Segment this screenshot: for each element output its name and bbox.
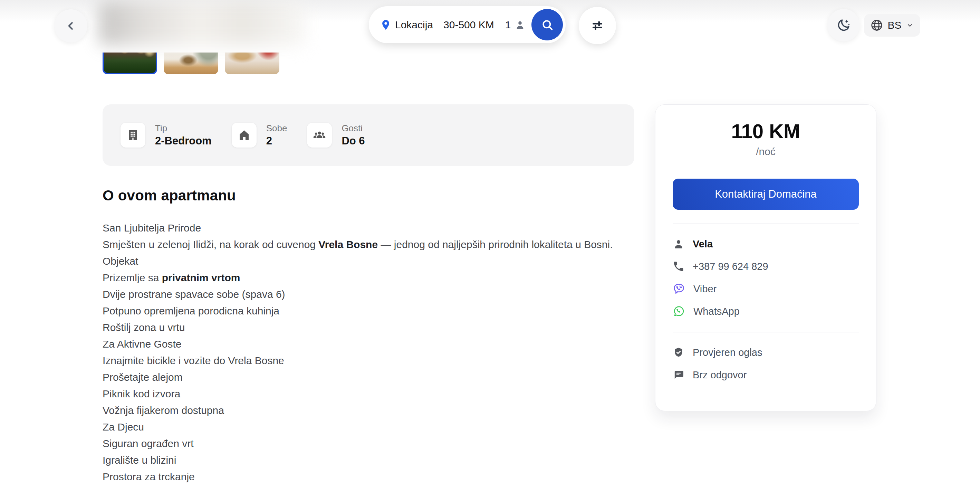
- spec-label: Sobe: [266, 122, 287, 134]
- search-price-range: 30-500 KM: [443, 19, 494, 31]
- description-line: Vožnja fijakerom dostupna: [103, 402, 620, 419]
- description-line: Dvije prostrane spavace sobe (spava 6): [103, 286, 620, 303]
- tune-sliders-icon: [590, 18, 605, 33]
- viber-label: Viber: [694, 283, 716, 295]
- filters-button[interactable]: [579, 7, 616, 44]
- booking-card: 110 KM /noć Kontaktiraj Domaćina Vela +3…: [655, 104, 877, 411]
- search-icon: [541, 18, 554, 32]
- verified-listing-badge: Provjeren oglas: [673, 346, 859, 359]
- spec-item-rooms: Sobe 2: [232, 122, 287, 148]
- search-guests-segment: 1: [505, 19, 525, 31]
- trust-badges: Provjeren oglas Brz odgovor: [673, 346, 859, 382]
- house-icon: [232, 123, 256, 148]
- spec-value: 2-Bedroom: [155, 134, 212, 148]
- description-line: Siguran ograđen vrt: [103, 436, 620, 452]
- people-icon: [307, 123, 332, 148]
- host-name-row: Vela: [673, 237, 859, 251]
- description-line: Za Aktivne Goste: [103, 336, 620, 353]
- spec-item-type: Tip 2-Bedroom: [121, 122, 212, 148]
- search-submit-button[interactable]: [531, 9, 563, 40]
- whatsapp-row[interactable]: WhatsApp: [673, 305, 859, 318]
- description-line: Prošetajte alejom: [103, 369, 620, 386]
- description-line: Za Djecu: [103, 419, 620, 436]
- viber-row[interactable]: Viber: [673, 282, 859, 296]
- price-per-night: 110 KM: [673, 120, 859, 143]
- moon-stars-icon: [836, 18, 851, 33]
- description-line: Potpuno opremljena porodicna kuhinja: [103, 303, 620, 319]
- host-phone-number: +387 99 624 829: [693, 261, 768, 272]
- blurred-listing-title: [99, 2, 306, 46]
- search-location-label: Lokacija: [395, 19, 433, 31]
- spec-value: 2: [266, 134, 287, 148]
- description-line: San Ljubitelja Prirode: [103, 220, 620, 236]
- fast-reply-label: Brz odgovor: [693, 369, 746, 381]
- search-guests-count: 1: [505, 19, 511, 31]
- host-contact-list: Vela +387 99 624 829 Viber: [673, 237, 859, 318]
- whatsapp-icon: [673, 305, 685, 318]
- description-line: Igralište u blizini: [103, 452, 620, 469]
- verified-listing-label: Provjeren oglas: [693, 347, 762, 358]
- spec-label: Tip: [155, 122, 212, 134]
- host-name: Vela: [693, 238, 713, 250]
- price-unit: /noć: [673, 145, 859, 159]
- guest-person-icon: [514, 19, 525, 30]
- language-selector[interactable]: BS: [864, 14, 920, 37]
- fast-reply-badge: Brz odgovor: [673, 368, 859, 382]
- globe-icon: [870, 19, 883, 32]
- language-code: BS: [888, 19, 901, 31]
- shield-check-icon: [673, 346, 684, 358]
- location-pin-icon: [380, 19, 391, 31]
- chevron-left-icon: [65, 20, 77, 32]
- divider: [673, 332, 859, 332]
- divider: [673, 223, 859, 224]
- spec-item-guests: Gosti Do 6: [307, 122, 365, 148]
- about-description: San Ljubitelja Prirode Smješten u zeleno…: [103, 220, 620, 485]
- description-line: Roštilj zona u vrtu: [103, 319, 620, 336]
- viber-icon: [673, 282, 685, 295]
- phone-row[interactable]: +387 99 624 829: [673, 260, 859, 273]
- host-person-icon: [673, 238, 684, 250]
- about-section-title: O ovom apartmanu: [103, 187, 236, 204]
- property-specs-card: Tip 2-Bedroom Sobe 2 Gosti Do 6: [103, 104, 634, 166]
- description-line: Iznajmite bicikle i vozite do Vrela Bosn…: [103, 353, 620, 369]
- building-icon: [121, 123, 145, 148]
- spec-value: Do 6: [342, 134, 365, 148]
- description-line: Piknik kod izvora: [103, 386, 620, 402]
- search-location-segment: Lokacija: [380, 19, 433, 31]
- description-line: Prostora za trckanje: [103, 469, 620, 485]
- description-line: Prizemlje sa privatnim vrtom: [103, 270, 620, 286]
- back-button[interactable]: [54, 10, 88, 43]
- top-header: Lokacija 30-500 KM 1: [0, 0, 980, 53]
- chat-bubble-icon: [673, 369, 684, 381]
- chevron-down-icon: [906, 21, 914, 29]
- contact-host-button[interactable]: Kontaktiraj Domaćina: [673, 179, 859, 210]
- phone-icon: [673, 260, 684, 272]
- search-bar[interactable]: Lokacija 30-500 KM 1: [369, 6, 566, 43]
- whatsapp-label: WhatsApp: [694, 306, 740, 317]
- spec-label: Gosti: [342, 122, 365, 134]
- description-line: Objekat: [103, 253, 620, 270]
- theme-toggle-button[interactable]: [827, 9, 860, 41]
- description-line: Smješten u zelenoj Ilidži, na korak od c…: [103, 236, 620, 253]
